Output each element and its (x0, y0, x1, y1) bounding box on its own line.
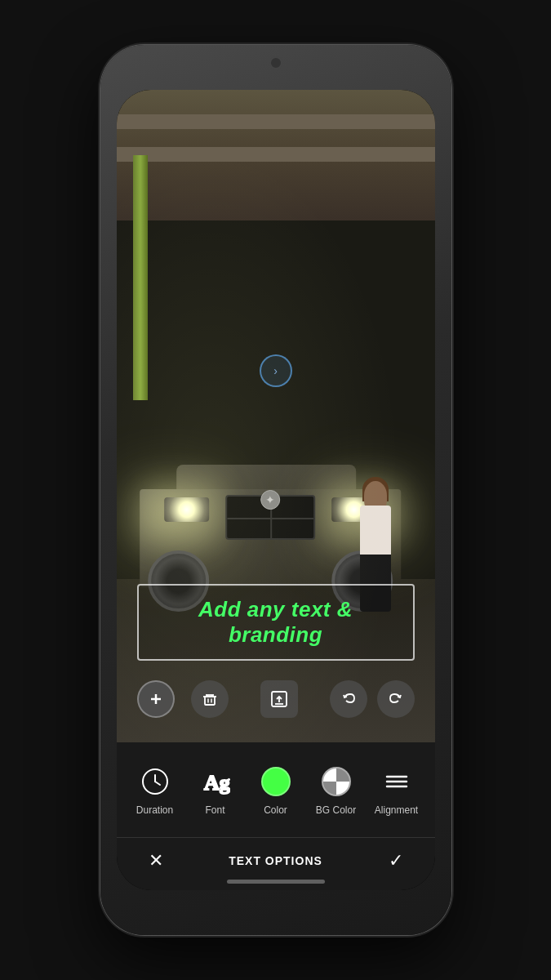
delete-button[interactable] (191, 680, 229, 718)
font-icon: Ag (201, 767, 230, 796)
redo-button[interactable] (377, 680, 415, 718)
home-indicator-bar (117, 866, 435, 890)
navigation-circle[interactable]: › (260, 354, 292, 387)
person-body (360, 506, 391, 559)
font-icon-container: Ag (199, 765, 232, 798)
option-font[interactable]: Ag Font (187, 765, 244, 816)
alignment-icon (382, 767, 411, 796)
option-duration[interactable]: Duration (127, 765, 184, 816)
color-circle (261, 767, 291, 796)
plus-icon (148, 691, 164, 707)
options-panel: Duration Ag Font (117, 742, 435, 837)
phone-frame: ✦ (100, 45, 451, 935)
phone-screen: ✦ (117, 90, 435, 890)
screen-inner: ✦ (117, 90, 435, 890)
svg-line-14 (155, 782, 160, 785)
option-color[interactable]: Color (247, 765, 304, 816)
option-bg-color[interactable]: BG Color (308, 765, 365, 816)
video-toolbar (117, 680, 435, 718)
bg-color-label: BG Color (316, 804, 356, 816)
home-indicator (227, 880, 325, 884)
font-label: Font (205, 804, 224, 816)
overlay-text: Add any text & branding (198, 597, 353, 647)
toolbar-right (330, 680, 415, 718)
duration-icon-container (139, 765, 171, 798)
color-icon-container (260, 765, 292, 798)
option-alignment[interactable]: Alignment (368, 765, 425, 816)
yellow-pillar (133, 155, 148, 400)
duration-label: Duration (136, 804, 173, 816)
headlight-left (164, 497, 209, 522)
bg-color-circle (322, 767, 351, 796)
nav-arrow-icon: › (273, 364, 278, 377)
upload-button[interactable] (260, 680, 298, 718)
alignment-icon-container (380, 765, 413, 798)
svg-rect-2 (205, 697, 215, 705)
options-row: Duration Ag Font (125, 759, 427, 829)
color-label: Color (264, 804, 287, 816)
trash-icon (202, 691, 218, 707)
mercedes-logo: ✦ (260, 490, 280, 510)
add-button[interactable] (137, 680, 175, 718)
undo-icon (340, 691, 357, 707)
clock-icon (140, 767, 170, 796)
bg-color-icon-container (320, 765, 353, 798)
undo-button[interactable] (330, 680, 367, 718)
text-overlay-box[interactable]: Add any text & branding (137, 584, 415, 661)
svg-text:Ag: Ag (204, 771, 230, 795)
upload-icon (269, 689, 289, 709)
toolbar-left (137, 680, 229, 718)
alignment-label: Alignment (375, 804, 418, 816)
video-area[interactable]: ✦ (117, 90, 435, 742)
ceiling (117, 90, 435, 220)
redo-icon (388, 691, 404, 707)
